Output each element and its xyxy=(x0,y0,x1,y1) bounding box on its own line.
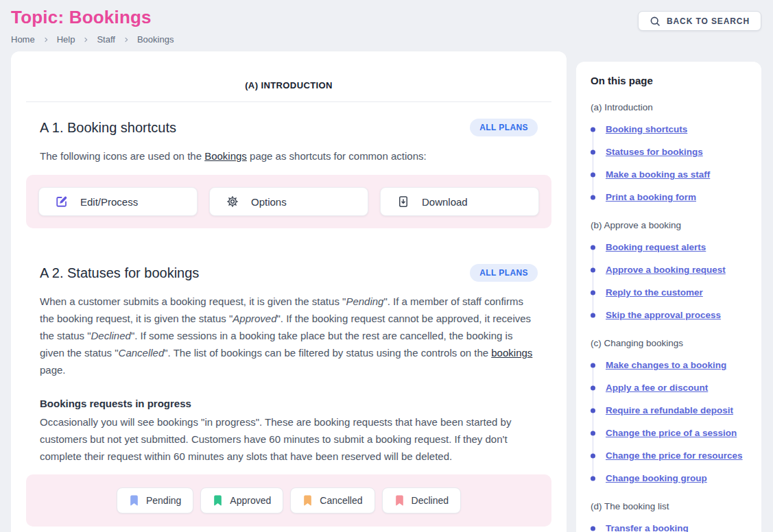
bullet-icon xyxy=(591,127,595,132)
bullet-icon xyxy=(591,149,595,154)
list-item: Statuses for bookings xyxy=(591,141,749,163)
list-item: Booking shortcuts xyxy=(591,118,749,141)
bullet-icon xyxy=(591,245,595,250)
toc-link-booking-shortcuts[interactable]: Booking shortcuts xyxy=(606,124,687,134)
toc-list: Make changes to a booking Apply a fee or… xyxy=(591,354,749,489)
shortcut-label: Options xyxy=(251,196,287,208)
list-item: Transfer a booking xyxy=(591,517,749,532)
section2-title: A 2. Statuses for bookings xyxy=(40,265,199,281)
section2-paragraph: When a customer submits a booking reques… xyxy=(40,293,538,378)
section1-paragraph: The following icons are used on the Book… xyxy=(40,147,538,165)
bullet-icon xyxy=(591,313,595,317)
divider xyxy=(26,101,551,102)
toc-link-make-changes-to-a-booking[interactable]: Make changes to a booking xyxy=(606,360,726,370)
bullet-icon xyxy=(591,431,595,435)
bullet-icon xyxy=(591,453,595,458)
toc-link-make-a-booking-as-staff[interactable]: Make a booking as staff xyxy=(606,169,710,180)
bullet-icon xyxy=(591,195,595,200)
back-to-search-button[interactable]: BACK TO SEARCH xyxy=(638,11,761,31)
bookmark-icon xyxy=(129,494,139,507)
toc-group-heading: (d) The booking list xyxy=(591,500,749,513)
breadcrumb-help[interactable]: Help xyxy=(57,34,75,45)
sidebar-title: On this page xyxy=(591,74,749,88)
toc-link-change-the-price-of-a-session[interactable]: Change the price of a session xyxy=(606,428,737,438)
status-label: Pending xyxy=(146,495,181,506)
status-label: Declined xyxy=(412,495,449,506)
status-label: Approved xyxy=(230,495,271,506)
in-progress-subheading: Bookings requests in progress xyxy=(40,396,538,411)
toc-group-introduction: (a) Introduction Booking shortcuts Statu… xyxy=(591,101,749,208)
toc-link-print-a-booking-form[interactable]: Print a booking form xyxy=(606,192,696,202)
article-card: (A) INTRODUCTION A 1. Booking shortcuts … xyxy=(11,51,567,532)
search-icon xyxy=(650,16,661,27)
bullet-icon xyxy=(591,385,595,390)
gear-icon xyxy=(226,195,239,208)
shortcut-label: Download xyxy=(422,196,468,208)
bookmark-icon xyxy=(302,494,313,507)
toc-link-approve-a-booking-request[interactable]: Approve a booking request xyxy=(606,265,726,275)
list-item: Change the price of a session xyxy=(591,422,749,444)
toc-list: Booking shortcuts Statuses for bookings … xyxy=(591,118,749,208)
list-item: Approve a booking request xyxy=(591,258,749,281)
toc-group-changing-bookings: (c) Changing bookings Make changes to a … xyxy=(591,337,749,489)
breadcrumb-bookings[interactable]: Bookings xyxy=(137,34,174,45)
status-label: Cancelled xyxy=(320,495,362,506)
shortcuts-panel: Edit/Process Options Download xyxy=(26,175,551,228)
toc-list: Booking request alerts Approve a booking… xyxy=(591,236,749,326)
bookings-page-link[interactable]: bookings xyxy=(491,347,532,359)
options-button[interactable]: Options xyxy=(209,187,368,216)
toc-link-skip-the-approval-process[interactable]: Skip the approval process xyxy=(606,310,721,320)
list-item: Booking request alerts xyxy=(591,236,749,258)
section1-heading-row: A 1. Booking shortcuts ALL PLANS xyxy=(40,119,538,136)
status-name-declined: Declined xyxy=(91,330,131,341)
chevron-right-icon xyxy=(82,36,89,43)
toc-link-booking-request-alerts[interactable]: Booking request alerts xyxy=(606,242,706,252)
in-progress-paragraph: Occasionally you will see bookings "in p… xyxy=(40,413,538,465)
shortcut-label: Edit/Process xyxy=(80,196,138,208)
bullet-icon xyxy=(591,476,595,481)
breadcrumb-home[interactable]: Home xyxy=(11,34,35,45)
bullet-icon xyxy=(591,172,595,177)
toc-group-heading: (c) Changing bookings xyxy=(591,337,749,350)
bullet-icon xyxy=(591,408,595,413)
bullet-icon xyxy=(591,267,595,272)
toc-group-the-booking-list: (d) The booking list Transfer a booking xyxy=(591,500,749,532)
text-segment: page. xyxy=(40,364,66,376)
download-button[interactable]: Download xyxy=(380,187,539,216)
toc-link-change-the-price-for-resources[interactable]: Change the price for resources xyxy=(606,450,743,461)
bullet-icon xyxy=(591,290,595,295)
bookmark-icon xyxy=(394,494,405,507)
text-segment: page as shortcuts for common actions: xyxy=(247,150,427,162)
text-segment: The following icons are used on the xyxy=(40,150,204,162)
list-item: Make a booking as staff xyxy=(591,163,749,186)
bullet-icon xyxy=(591,363,595,367)
bookmark-icon xyxy=(213,494,223,507)
toc-link-transfer-a-booking[interactable]: Transfer a booking xyxy=(606,523,689,532)
edit-process-button[interactable]: Edit/Process xyxy=(38,187,198,216)
page-header: Topic: Bookings Home Help Staff Bookings… xyxy=(0,0,773,51)
bookings-page-link[interactable]: Bookings xyxy=(204,150,247,162)
toc-link-require-a-refundable-deposit[interactable]: Require a refundable deposit xyxy=(606,405,733,415)
list-item: Print a booking form xyxy=(591,186,749,208)
breadcrumb: Home Help Staff Bookings xyxy=(11,34,762,45)
breadcrumb-staff[interactable]: Staff xyxy=(97,34,115,45)
list-item: Make changes to a booking xyxy=(591,354,749,376)
status-chip-approved: Approved xyxy=(200,487,283,513)
toc-group-heading: (a) Introduction xyxy=(591,101,749,114)
chevron-right-icon xyxy=(43,36,49,43)
toc-link-statuses-for-bookings[interactable]: Statuses for bookings xyxy=(606,147,703,157)
back-to-search-label: BACK TO SEARCH xyxy=(667,16,750,26)
status-chip-cancelled: Cancelled xyxy=(290,487,374,513)
list-item: Reply to the customer xyxy=(591,281,749,304)
list-item: Change booking group xyxy=(591,467,749,489)
toc-link-reply-to-the-customer[interactable]: Reply to the customer xyxy=(606,287,703,298)
section2-heading-row: A 2. Statuses for bookings ALL PLANS xyxy=(40,264,538,282)
toc-link-apply-a-fee-or-discount[interactable]: Apply a fee or discount xyxy=(606,383,708,393)
list-item: Change the price for resources xyxy=(591,444,749,467)
all-plans-badge: ALL PLANS xyxy=(470,264,538,282)
toc-link-change-booking-group[interactable]: Change booking group xyxy=(606,473,707,483)
status-chip-pending: Pending xyxy=(117,487,193,513)
section1-title: A 1. Booking shortcuts xyxy=(40,120,176,136)
toc-list: Transfer a booking xyxy=(591,517,749,532)
on-this-page-sidebar: On this page (a) Introduction Booking sh… xyxy=(576,62,761,532)
